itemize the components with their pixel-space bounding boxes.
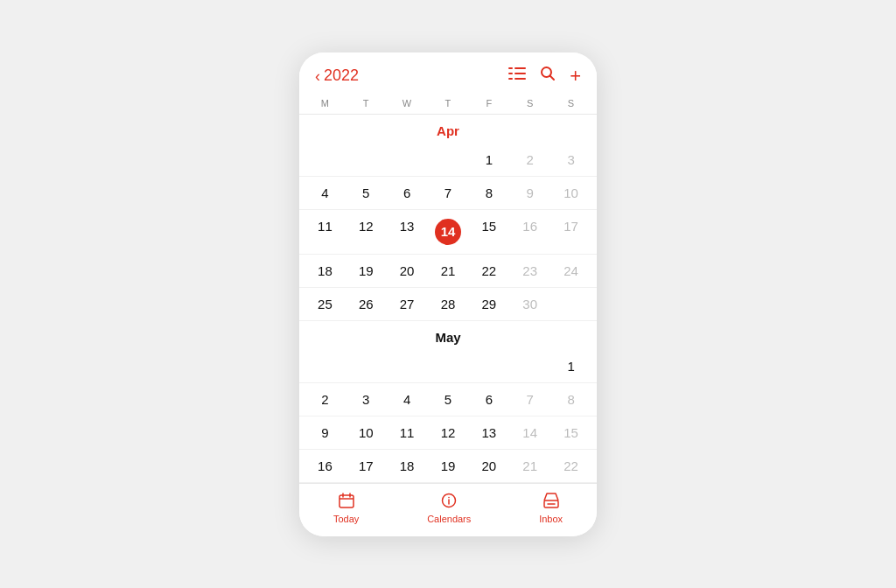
day-cell[interactable]: 16 <box>509 210 550 254</box>
day-cell <box>468 350 509 382</box>
day-cell[interactable]: 18 <box>387 450 428 482</box>
may-week-4: 16 17 18 19 20 21 22 <box>299 450 597 483</box>
day-cell[interactable]: 10 <box>550 177 592 209</box>
day-cell[interactable]: 12 <box>346 210 387 254</box>
year-label[interactable]: 2022 <box>324 66 359 85</box>
day-cell[interactable]: 5 <box>428 383 469 416</box>
day-cell[interactable]: 8 <box>550 383 592 416</box>
day-cell[interactable]: 21 <box>428 255 469 287</box>
day-cell[interactable]: 11 <box>387 416 428 449</box>
day-cell[interactable]: 4 <box>387 383 428 416</box>
day-cell[interactable]: 8 <box>468 177 509 209</box>
day-cell[interactable]: 14 <box>509 416 550 449</box>
day-cell[interactable]: 6 <box>387 177 428 209</box>
day-cell[interactable]: 9 <box>304 416 346 449</box>
day-cell[interactable]: 21 <box>509 450 550 482</box>
today-tab[interactable]: Today <box>333 493 359 524</box>
day-cell[interactable]: 17 <box>550 210 592 254</box>
day-header-thu: T <box>428 94 469 114</box>
day-cell[interactable]: 20 <box>387 255 428 287</box>
day-cell[interactable]: 20 <box>468 450 509 482</box>
today-cell[interactable]: 14 14 <box>428 210 469 254</box>
day-cell[interactable]: 22 <box>550 450 592 482</box>
day-cell[interactable]: 18 <box>304 255 346 287</box>
day-cell[interactable]: 13 <box>468 416 509 449</box>
day-cell[interactable]: 7 <box>509 383 550 416</box>
today-icon <box>339 493 354 512</box>
day-cell[interactable]: 9 <box>509 177 550 209</box>
day-cell[interactable]: 1 <box>550 350 592 382</box>
day-cell[interactable]: 4 <box>304 177 346 209</box>
day-cell[interactable]: 5 <box>346 177 387 209</box>
day-cell[interactable]: 7 <box>428 177 469 209</box>
phone-frame: ‹ 2022 + <box>299 52 597 536</box>
day-cell <box>387 350 428 382</box>
day-cell[interactable]: 30 <box>509 288 550 320</box>
april-week-3: 11 12 13 14 14 15 16 17 <box>299 210 597 255</box>
day-cell[interactable]: 6 <box>468 383 509 416</box>
search-icon[interactable] <box>540 66 556 86</box>
day-header-sat: S <box>509 94 550 114</box>
april-week-2: 4 5 6 7 8 9 10 <box>299 177 597 210</box>
day-cell[interactable]: 24 <box>550 255 592 287</box>
svg-rect-2 <box>508 73 513 74</box>
april-week-5: 25 26 27 28 29 30 <box>299 288 597 321</box>
day-cell <box>346 144 387 176</box>
day-cell[interactable]: 12 <box>428 416 469 449</box>
calendars-tab[interactable]: Calendars <box>427 493 471 524</box>
day-cell[interactable]: 26 <box>346 288 387 320</box>
tab-bar: Today Calendars Inbo <box>299 483 597 536</box>
may-week-3: 9 10 11 12 13 14 15 <box>299 416 597 450</box>
day-cell[interactable]: 27 <box>387 288 428 320</box>
day-cell[interactable]: 2 <box>304 383 346 416</box>
inbox-icon <box>543 493 559 512</box>
day-cell[interactable]: 1 <box>468 144 509 176</box>
day-cell[interactable]: 16 <box>304 450 346 482</box>
day-cell <box>304 350 346 382</box>
day-cell[interactable]: 29 <box>468 288 509 320</box>
calendars-icon <box>441 493 457 512</box>
april-week-1: 1 2 3 <box>299 144 597 177</box>
day-cell[interactable]: 10 <box>346 416 387 449</box>
inbox-tab[interactable]: Inbox <box>539 493 563 524</box>
april-week-4: 18 19 20 21 22 23 24 <box>299 255 597 288</box>
list-icon[interactable] <box>508 66 526 85</box>
day-cell[interactable]: 2 <box>509 144 550 176</box>
day-headers: M T W T F S S <box>299 94 597 115</box>
day-cell[interactable]: 15 <box>468 210 509 254</box>
day-cell[interactable]: 19 <box>346 255 387 287</box>
day-cell <box>304 144 346 176</box>
calendar-body: Apr 1 2 3 4 5 6 7 8 9 10 <box>299 115 597 483</box>
may-section: May 1 2 3 4 5 6 7 8 <box>299 321 597 483</box>
back-chevron-icon[interactable]: ‹ <box>315 68 320 84</box>
day-cell[interactable]: 3 <box>550 144 592 176</box>
day-cell[interactable]: 13 <box>387 210 428 254</box>
day-cell <box>509 350 550 382</box>
header-icons: + <box>508 65 581 88</box>
svg-rect-3 <box>514 73 526 74</box>
svg-rect-1 <box>514 67 526 69</box>
add-icon[interactable]: + <box>570 65 581 88</box>
today-indicator: 14 <box>435 219 461 245</box>
svg-rect-5 <box>514 78 526 80</box>
calendar-header: ‹ 2022 + <box>299 52 597 94</box>
day-cell[interactable]: 23 <box>509 255 550 287</box>
svg-rect-4 <box>508 78 513 80</box>
day-cell[interactable]: 19 <box>428 450 469 482</box>
day-cell[interactable]: 22 <box>468 255 509 287</box>
svg-point-14 <box>448 496 450 498</box>
today-tab-label: Today <box>333 514 359 524</box>
may-label: May <box>304 321 592 350</box>
day-cell[interactable]: 15 <box>550 416 592 449</box>
day-cell[interactable]: 3 <box>346 383 387 416</box>
day-header-wed: W <box>387 94 428 114</box>
day-cell[interactable]: 28 <box>428 288 469 320</box>
header-left[interactable]: ‹ 2022 <box>315 66 359 85</box>
svg-rect-0 <box>508 67 513 69</box>
day-cell[interactable]: 25 <box>304 288 346 320</box>
day-cell[interactable]: 11 <box>304 210 346 254</box>
day-cell[interactable]: 17 <box>346 450 387 482</box>
day-cell <box>550 288 592 320</box>
svg-rect-8 <box>340 495 354 508</box>
may-week-2: 2 3 4 5 6 7 8 <box>299 383 597 416</box>
